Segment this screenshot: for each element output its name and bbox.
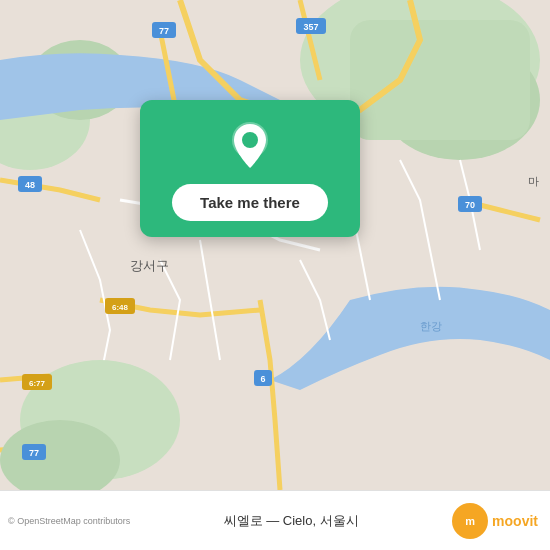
moovit-icon: m — [452, 503, 488, 539]
svg-point-28 — [242, 132, 258, 148]
svg-text:6: 6 — [260, 374, 265, 384]
place-name: 씨엘로 — Cielo, 서울시 — [130, 512, 452, 530]
svg-text:77: 77 — [159, 26, 169, 36]
svg-text:강서구: 강서구 — [130, 258, 169, 273]
map-background: 강서구 77 357 48 70 6 6:48 6:77 77 마 한강 — [0, 0, 550, 490]
moovit-brand-text: moovit — [492, 513, 538, 529]
svg-text:마: 마 — [528, 175, 539, 187]
location-pin-icon — [224, 120, 276, 172]
bottom-bar: © OpenStreetMap contributors 씨엘로 — Cielo… — [0, 490, 550, 550]
svg-text:48: 48 — [25, 180, 35, 190]
location-card: Take me there — [140, 100, 360, 237]
svg-text:한강: 한강 — [420, 320, 442, 332]
svg-text:6:48: 6:48 — [112, 303, 129, 312]
svg-rect-5 — [350, 20, 530, 140]
svg-text:6:77: 6:77 — [29, 379, 46, 388]
map-attribution: © OpenStreetMap contributors — [8, 516, 130, 526]
svg-text:77: 77 — [29, 448, 39, 458]
map-container: 강서구 77 357 48 70 6 6:48 6:77 77 마 한강 Tak… — [0, 0, 550, 490]
svg-text:357: 357 — [303, 22, 318, 32]
take-me-there-button[interactable]: Take me there — [172, 184, 328, 221]
svg-text:70: 70 — [465, 200, 475, 210]
moovit-logo: m moovit — [452, 503, 538, 539]
